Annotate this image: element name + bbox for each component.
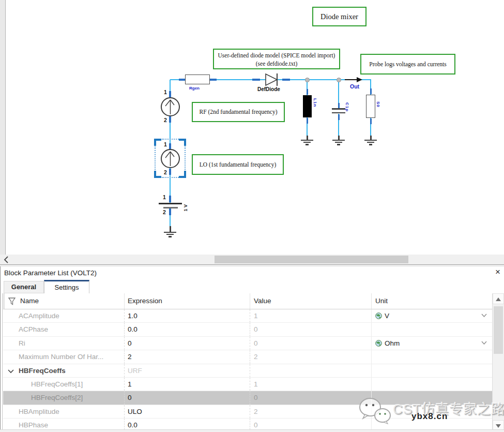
ground-icon — [301, 140, 313, 141]
battery-value-label: 1 V — [183, 198, 189, 212]
ground-icon — [169, 236, 172, 237]
resistor-rgen[interactable] — [185, 75, 210, 84]
table-left-edge — [2, 293, 3, 432]
vertical-scrollbar-thumb[interactable] — [494, 306, 503, 354]
param-unit — [371, 350, 492, 363]
canvas-left-edge — [0, 0, 6, 255]
schematic-canvas[interactable]: Rgen DefDiode Out L1n C1p S0 1 — [0, 0, 504, 255]
ground-stem — [170, 226, 171, 232]
table-row[interactable]: ACPhase 0.0 0 — [3, 323, 492, 336]
param-name: Maximum Number Of Har... — [3, 350, 124, 363]
param-value: 1 — [250, 378, 371, 391]
resistor-rgen-label: Rgen — [189, 86, 200, 91]
capacitor-plate-bottom[interactable] — [332, 112, 345, 114]
diode-symbol[interactable] — [261, 72, 284, 87]
pin-label: 1 — [164, 141, 167, 147]
table-row-group[interactable]: HBFreqCoeffs URF — [3, 364, 492, 378]
header-name[interactable]: Name — [3, 293, 124, 309]
param-expression: 1 — [124, 378, 250, 391]
param-expression: URF — [124, 364, 250, 377]
pin-stub — [307, 89, 309, 95]
battery-plate-long[interactable] — [159, 203, 182, 204]
source-lo-selected[interactable] — [161, 149, 180, 168]
selection-edge — [185, 146, 186, 170]
pin-stub — [370, 118, 372, 124]
param-value: 2 — [250, 350, 371, 363]
pin-label: 1 — [164, 89, 167, 95]
param-value — [250, 364, 371, 377]
source-rf[interactable] — [161, 97, 180, 116]
selection-corner — [179, 171, 186, 178]
param-value: 0 — [250, 323, 371, 336]
param-unit — [371, 364, 492, 377]
pin-stub — [252, 79, 260, 81]
ground-icon — [166, 234, 174, 235]
pin-label: 2 — [164, 169, 167, 175]
selection-edge — [162, 177, 179, 178]
inductor-l1-label: L1n — [313, 98, 317, 107]
ground-icon — [306, 144, 309, 145]
param-name: Ri — [3, 337, 124, 350]
resistor-s0[interactable] — [366, 95, 375, 118]
param-expression: ULO — [124, 405, 250, 418]
expand-chevron-icon[interactable] — [8, 369, 14, 374]
ground-icon — [332, 140, 345, 141]
tab-settings[interactable]: Settings — [44, 280, 89, 293]
ground-icon — [335, 142, 342, 143]
junction-dot — [305, 78, 310, 82]
scroll-left-icon[interactable] — [4, 256, 9, 263]
table-row[interactable]: Ri 0 0 Ohm — [3, 337, 492, 350]
scroll-down-icon — [496, 424, 501, 428]
current-arrow-icon — [162, 150, 179, 167]
param-name: HBFreqCoeffs[1] — [3, 378, 124, 391]
table-row[interactable]: Maximum Number Of Har... 2 2 — [3, 350, 492, 364]
panel-divider — [0, 264, 504, 266]
inductor-l1[interactable] — [303, 95, 312, 117]
note-title: Diode mixer — [312, 7, 366, 26]
scroll-up-button[interactable] — [493, 293, 504, 304]
param-value: 2 — [250, 405, 371, 418]
probe-out-icon[interactable] — [344, 76, 364, 84]
resistor-s0-label: S0 — [376, 101, 380, 108]
close-icon[interactable]: × — [495, 267, 500, 277]
selection-edge — [162, 139, 179, 140]
table-row-selected[interactable]: HBFreqCoeffs[2] 0 0 — [3, 391, 492, 405]
note-diode-model-line2: (see defdiode.txt) — [256, 61, 297, 67]
selection-corner — [154, 139, 161, 146]
table-row[interactable]: ACAmplitude 1.0 1 V — [3, 309, 492, 323]
scroll-up-icon — [496, 297, 501, 301]
capacitor-c1-label: C1p — [345, 102, 349, 112]
table-row[interactable]: HBFreqCoeffs[1] 1 1 — [3, 378, 492, 391]
selection-corner — [179, 139, 186, 146]
param-value: 0 — [250, 391, 371, 404]
chevron-down-icon[interactable] — [481, 341, 487, 345]
capacitor-plate-top[interactable] — [332, 108, 345, 110]
header-value[interactable]: Value — [250, 293, 371, 309]
diode-label: DefDiode — [257, 86, 280, 92]
table-header-row: Name Expression Value Unit — [3, 293, 492, 309]
pin-label: 1 — [163, 194, 166, 200]
selection-corner — [154, 171, 161, 178]
table-row[interactable]: HBAmplitude ULO 2 — [3, 405, 492, 419]
chevron-down-icon[interactable] — [481, 314, 487, 318]
header-unit[interactable]: Unit — [371, 293, 492, 309]
pin-stub — [169, 208, 171, 215]
note-rf: RF (2nd fundamental frequency) — [192, 102, 285, 122]
param-name: HBFreqCoeffs — [3, 364, 124, 377]
filter-icon[interactable] — [8, 297, 16, 305]
ground-icon — [337, 144, 340, 145]
param-expression: 1.0 — [124, 309, 250, 322]
header-expression[interactable]: Expression — [124, 293, 250, 309]
unit-text: V — [385, 312, 389, 320]
note-diode-model-line1: User-defined diode model (SPICE model im… — [218, 52, 335, 58]
tab-general[interactable]: General — [4, 281, 44, 293]
panel-title: Block Parameter List (VOLT2) — [4, 269, 97, 277]
horizontal-scrollbar-thumb[interactable] — [215, 256, 408, 263]
param-value: 1 — [250, 309, 371, 322]
panel-left-edge — [0, 266, 1, 432]
ground-icon — [303, 142, 311, 143]
note-probe: Probe logs voltages and currents — [360, 54, 455, 75]
battery-plate-short[interactable] — [163, 207, 178, 208]
param-expression: 0 — [124, 337, 250, 350]
pin-stub — [307, 118, 309, 124]
